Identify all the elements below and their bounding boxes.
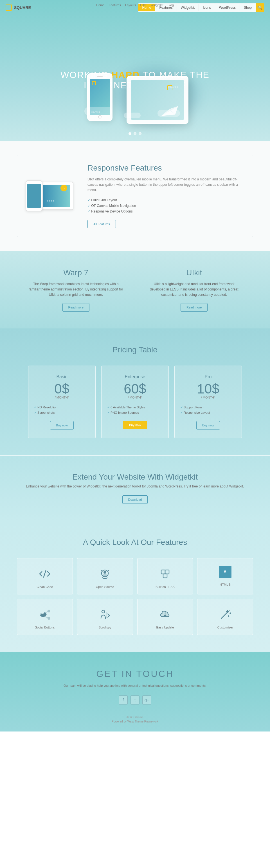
twitter-icon[interactable]: t [131,695,139,705]
pricing-pro-name: Pro [180,374,236,379]
svg-line-13 [221,613,227,618]
html5-label: HTML 5 [202,583,249,586]
feature-item-1: Fluid Grid Layout [88,197,244,203]
tablet-label: SQUARE 1 [168,86,178,88]
social-buttons-label: Social Buttons [21,626,68,629]
footer-features[interactable]: Features [109,3,121,7]
enterprise-feature-2: PNG Image Sources [107,410,163,415]
resp-phone [26,180,42,211]
phone-speaker [97,76,103,77]
pricing-basic-period: / MONTH* [34,396,90,399]
enterprise-feature-1: 6 Available Theme Styles [107,405,163,410]
feature-html5: 5 HTML 5 [197,558,253,594]
dot-1[interactable] [129,132,131,135]
responsive-device-mockup: → [26,176,76,216]
pricing-pro-period: / MONTH* [180,396,236,399]
footer-copyright-text: © YOOtheme [127,716,143,719]
resp-dot-2 [49,200,50,202]
svg-point-5 [103,571,106,574]
responsive-inner: → Responsive Features UIkit offers a com… [17,155,253,237]
pricing-enterprise-features: 6 Available Theme Styles PNG Image Sourc… [107,405,163,415]
pro-buy-button[interactable]: Buy now [196,421,220,430]
pricing-enterprise-price: 60$ [107,382,163,396]
footer-widgetkit[interactable]: Widgetkit [151,3,163,7]
feature-open-source: Open Source [77,558,133,594]
warp-uikit-section: Warp 7 The Warp framework combines lates… [0,251,270,329]
svg-line-3 [43,570,46,577]
open-source-label: Open Source [81,585,129,589]
uikit-title: UIkit [146,268,242,277]
features-grid: Clean Code Open Source [17,558,253,635]
enterprise-buy-button[interactable]: Buy now [123,421,147,429]
pricing-section: Pricing Table Basic 0$ / MONTH* HD Resol… [0,329,270,455]
built-on-less-icon [158,567,172,581]
pricing-pro-features: Support Forum Responsive Layout [180,405,236,415]
cloud-3 [124,113,141,118]
facebook-icon[interactable]: f [119,695,128,705]
footer-title: GET IN TOUCH [11,669,259,679]
easy-update-icon [158,608,172,621]
footer-uikit[interactable]: UIkit [140,3,146,7]
feature-scrollspy: Scrollspy [77,599,133,635]
responsive-section: → Responsive Features UIkit offers a com… [0,141,270,251]
cloud-2 [158,110,180,117]
html5-badge: 5 [219,566,232,578]
clean-code-icon [38,567,52,581]
responsive-features-list: Fluid Grid Layout Off-Canvas Mobile Navi… [88,197,244,214]
resp-phone-screen [27,184,41,208]
devices-illustration: SQUARE 1 SQUARE 1 [79,45,191,124]
pricing-enterprise-period: / MONTH* [107,396,163,399]
hero-pagination [129,132,141,135]
uikit-description: UIkit is a lightweight and modular front… [146,281,242,298]
footer-copyright: © YOOtheme [11,716,259,719]
responsive-description: UIkit offers a completely overhauled mob… [88,177,244,193]
dot-3[interactable] [139,132,141,135]
pro-feature-1: Support Forum [180,405,236,410]
footer: GET IN TOUCH Our team will be glad to he… [0,652,270,732]
uikit-readmore-button[interactable]: Read more [180,303,208,312]
resp-dot-3 [51,200,52,202]
hero-section: WORKING HARD TO MAKE THE INTERNET AWESOM… [0,0,270,141]
footer-home[interactable]: Home [96,3,104,7]
pricing-card-pro: Pro 10$ / MONTH* Support Forum Responsiv… [174,366,242,438]
features-section: A Quick Look At Our Features Clean Code [0,521,270,652]
basic-buy-button[interactable]: Buy now [50,421,74,430]
pricing-grid: Basic 0$ / MONTH* HD Resolution Screensh… [17,366,253,438]
social-buttons-icon [38,608,52,621]
html5-icon: 5 [218,567,232,581]
customizer-label: Customizer [202,626,249,629]
feature-built-on-less: Built on LESS [137,558,193,594]
social-icons-row: f t g+ [11,695,259,705]
clean-code-label: Clean Code [21,585,68,589]
widgetkit-download-button[interactable]: Download [122,495,148,504]
scrollspy-label: Scrollspy [81,626,129,629]
all-features-button[interactable]: All Features [88,220,116,228]
pricing-basic-name: Basic [34,374,90,379]
pricing-basic-price: 0$ [34,382,90,396]
footer-blog[interactable]: Blog [168,3,174,7]
scrollspy-icon [98,608,112,621]
basic-feature-1: HD Resolution [34,405,90,410]
warp-description: The Warp framework combines latest techn… [28,281,124,298]
resp-dot-1 [47,200,48,202]
footer-layouts[interactable]: Layouts [125,3,136,7]
warp-title: Warp 7 [28,268,124,277]
feature-item-2: Off-Canvas Mobile Navigation [88,203,244,209]
feature-item-3: Responsive Device Options [88,209,244,214]
phone-home-button [98,115,102,119]
widgetkit-section: Extend Your Website With Widgetkit Enhan… [0,455,270,521]
pricing-pro-price: 10$ [180,382,236,396]
features-title: A Quick Look At Our Features [17,538,253,547]
phone-logo-icon [92,81,96,85]
google-plus-icon[interactable]: g+ [142,695,151,705]
svg-rect-7 [165,570,169,574]
dot-2[interactable] [134,132,136,135]
widgetkit-description: Enhance your website with the power of W… [17,485,253,488]
pricing-enterprise-name: Enterprise [107,374,163,379]
footer-powered-by: Powered by Warp Theme Framework [11,720,259,723]
svg-point-10 [102,610,105,613]
warp-readmore-button[interactable]: Read more [62,303,90,312]
resp-tablet: → [40,182,73,210]
responsive-content: Responsive Features UIkit offers a compl… [88,163,244,228]
responsive-title: Responsive Features [88,163,244,173]
